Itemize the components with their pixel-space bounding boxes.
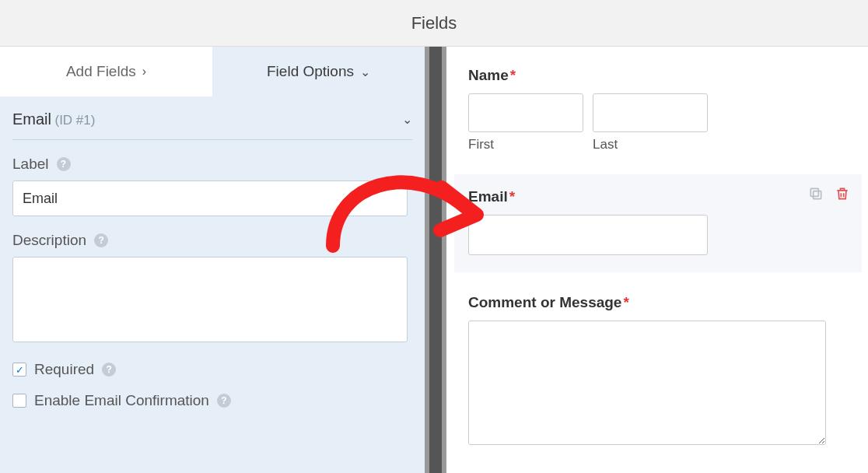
name-field-label: Name* [468,67,854,84]
comment-field-label: Comment or Message* [468,294,854,311]
description-text: Description [12,232,86,249]
panel-title: Email [12,110,51,128]
help-icon[interactable]: ? [57,157,71,171]
email-confirmation-row: Enable Email Confirmation ? [12,392,412,409]
last-name-col: Last [593,93,708,152]
left-panel: Add Fields › Field Options ⌄ Email (ID #… [0,47,425,473]
first-name-col: First [468,93,583,152]
required-checkbox[interactable]: ✓ [12,363,26,377]
svg-rect-1 [810,188,818,196]
label-input[interactable] [12,180,408,216]
label-field-row: Label ? [12,156,412,216]
email-field-block[interactable]: Email* [454,174,862,272]
tab-add-label: Add Fields [66,63,136,80]
description-field-label: Description ? [12,232,412,249]
required-row: ✓ Required ? [12,361,412,378]
panel-title-group: Email (ID #1) [12,110,95,128]
email-confirmation-label: Enable Email Confirmation [34,392,209,409]
panel-tabs: Add Fields › Field Options ⌄ [0,47,425,96]
last-sublabel: Last [593,137,708,152]
comment-textarea[interactable] [468,321,826,445]
panel-divider[interactable] [425,47,446,473]
email-confirmation-checkbox[interactable] [12,394,26,408]
tab-field-options[interactable]: Field Options ⌄ [212,47,425,96]
help-icon[interactable]: ? [217,394,231,408]
tab-options-label: Field Options [267,63,354,80]
name-inputs-row: First Last [468,93,854,152]
email-field-label: Email* [468,188,848,205]
label-field-label: Label ? [12,156,412,173]
page-header: Fields [0,0,868,47]
main-area: Add Fields › Field Options ⌄ Email (ID #… [0,47,868,473]
description-field-row: Description ? [12,232,412,345]
duplicate-icon[interactable] [807,185,824,202]
required-mark: * [509,188,515,205]
last-name-input[interactable] [593,93,708,132]
field-options-panel: Email (ID #1) ⌄ Label ? Description ? [0,96,425,423]
chevron-right-icon: › [142,65,146,79]
email-input[interactable] [468,215,708,255]
chevron-down-icon: ⌄ [360,65,370,79]
trash-icon[interactable] [834,185,851,202]
required-label: Required [34,361,94,378]
name-label-text: Name [468,67,509,83]
page-title: Fields [411,13,457,33]
label-text: Label [12,156,49,173]
first-sublabel: First [468,137,583,152]
tab-add-fields[interactable]: Add Fields › [0,47,212,96]
email-label-text: Email [468,188,508,205]
panel-header[interactable]: Email (ID #1) ⌄ [12,110,412,140]
help-icon[interactable]: ? [94,233,108,247]
required-mark: * [623,294,628,310]
chevron-down-icon: ⌄ [402,112,412,127]
svg-rect-0 [814,191,821,199]
comment-label-text: Comment or Message [468,294,621,310]
description-textarea[interactable] [12,257,408,342]
required-mark: * [510,67,516,83]
help-icon[interactable]: ? [102,363,116,377]
field-actions [807,185,851,202]
panel-id: (ID #1) [54,113,95,128]
form-preview: Name* First Last Email* [446,47,868,473]
first-name-input[interactable] [468,93,583,132]
